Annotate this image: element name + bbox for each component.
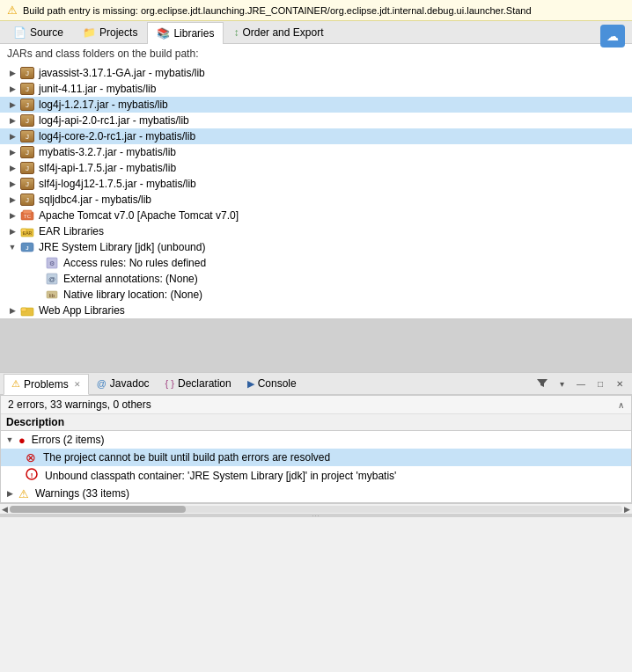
tree-container: J javassist-3.17.1-GA.jar - mybatis/lib … xyxy=(0,65,632,318)
tree-item-webapp[interactable]: Web App Libraries xyxy=(0,303,632,318)
jar-icon-mybatis: J xyxy=(20,146,34,158)
expand-jre[interactable] xyxy=(7,242,18,252)
tab-projects[interactable]: 📁 Projects xyxy=(73,21,147,43)
warnings-group-row[interactable]: ⚠ Warnings (33 items) xyxy=(1,485,631,502)
tree-item-log4j-core[interactable]: J log4j-core-2.0-rc1.jar - mybatis/lib xyxy=(0,128,632,144)
expand-ear[interactable] xyxy=(7,226,18,237)
jar-icon-slf4j-log4j: J xyxy=(20,178,34,190)
tree-item-slf4j-api[interactable]: J slf4j-api-1.7.5.jar - mybatis/lib xyxy=(0,160,632,176)
cloud-sync-button[interactable]: ☁ xyxy=(600,25,625,47)
bottom-panel: ⚠ Problems ✕ @ Javadoc { } Declaration ▶… xyxy=(0,372,632,514)
minimize-button[interactable]: — xyxy=(572,376,590,391)
tree-label-log4j-core: log4j-core-2.0-rc1.jar - mybatis/lib xyxy=(39,130,195,142)
tree-item-log4j-api[interactable]: J log4j-api-2.0-rc1.jar - mybatis/lib xyxy=(0,113,632,128)
expand-tomcat[interactable] xyxy=(7,210,18,221)
problems-icon: ⚠ xyxy=(11,378,20,390)
problems-content: 2 errors, 33 warnings, 0 others ∧ Descri… xyxy=(0,395,632,503)
top-panel: 📄 Source 📁 Projects 📚 Libraries ↕ Order … xyxy=(0,21,632,319)
expand-webapp[interactable] xyxy=(7,305,18,316)
tab-problems[interactable]: ⚠ Problems ✕ xyxy=(4,374,89,395)
description-header: Description xyxy=(6,416,64,428)
expand-errors[interactable] xyxy=(4,435,15,445)
errors-group-row[interactable]: ● Errors (2 items) xyxy=(1,431,631,449)
problems-status-bar: 2 errors, 33 warnings, 0 others ∧ xyxy=(1,396,631,414)
tab-problems-label: Problems xyxy=(24,378,69,391)
warnings-group-label: Warnings (33 items) xyxy=(35,487,129,500)
error-item-1[interactable]: ⊗ The project cannot be built until buil… xyxy=(1,449,631,466)
expand-mybatis[interactable] xyxy=(7,147,18,157)
tree-label-ext-annotations: External annotations: (None) xyxy=(63,273,198,285)
maximize-icon: □ xyxy=(598,379,603,389)
tree-label-webapp: Web App Libraries xyxy=(39,304,125,317)
filter-button[interactable] xyxy=(533,376,551,391)
tomcat-icon: TC xyxy=(20,208,34,223)
native-lib-icon: lib xyxy=(45,288,59,302)
console-icon: ▶ xyxy=(247,378,254,390)
svg-rect-15 xyxy=(21,308,26,311)
tab-javadoc[interactable]: @ Javadoc xyxy=(89,373,158,394)
ear-icon: EAR xyxy=(20,224,34,238)
tree-item-native-lib[interactable]: lib Native library location: (None) xyxy=(0,287,632,303)
tab-source-label: Source xyxy=(30,26,63,39)
warning-triangle-icon: ⚠ xyxy=(7,4,18,17)
app-container: ⚠ Build path entry is missing: org.eclip… xyxy=(0,0,632,672)
tree-label-slf4j-log4j: slf4j-log4j12-1.7.5.jar - mybatis/lib xyxy=(39,178,196,190)
error-label-1: The project cannot be built until build … xyxy=(43,451,330,464)
tab-source[interactable]: 📄 Source xyxy=(4,21,73,43)
source-tab-icon: 📄 xyxy=(13,26,26,39)
projects-tab-icon: 📁 xyxy=(83,26,96,39)
bottom-scrollbar[interactable]: ◀ ▶ xyxy=(0,503,632,514)
close-panel-button[interactable]: ✕ xyxy=(611,376,628,391)
expand-log4j[interactable] xyxy=(7,99,18,110)
tree-item-ear[interactable]: EAR EAR Libraries xyxy=(0,223,632,239)
svg-text:TC: TC xyxy=(24,214,32,219)
expand-log4j-core[interactable] xyxy=(7,131,18,142)
split-handle[interactable] xyxy=(0,514,632,517)
warning-group-icon: ⚠ xyxy=(18,487,29,500)
tree-item-javassist[interactable]: J javassist-3.17.1-GA.jar - mybatis/lib xyxy=(0,65,632,81)
tree-item-slf4j-log4j[interactable]: J slf4j-log4j12-1.7.5.jar - mybatis/lib xyxy=(0,176,632,192)
bottom-tab-bar: ⚠ Problems ✕ @ Javadoc { } Declaration ▶… xyxy=(0,372,632,395)
tab-libraries[interactable]: 📚 Libraries xyxy=(147,22,224,44)
libraries-tab-icon: 📚 xyxy=(157,27,170,40)
expand-sqljdbc4[interactable] xyxy=(7,194,18,205)
collapse-button[interactable]: ∧ xyxy=(618,400,624,410)
tree-item-tomcat[interactable]: TC Apache Tomcat v7.0 [Apache Tomcat v7.… xyxy=(0,208,632,223)
minimize-icon: — xyxy=(577,379,585,389)
expand-slf4j-api[interactable] xyxy=(7,163,18,173)
problems-table-header: Description xyxy=(1,414,631,431)
svg-text:@: @ xyxy=(48,275,55,283)
error-item-2[interactable]: ! Unbound classpath container: 'JRE Syst… xyxy=(1,466,631,485)
jar-icon-log4j-core: J xyxy=(20,130,34,142)
jar-icon-junit: J xyxy=(20,83,34,95)
tree-item-mybatis[interactable]: J mybatis-3.2.7.jar - mybatis/lib xyxy=(0,144,632,160)
tree-item-sqljdbc4[interactable]: J sqljdbc4.jar - mybatis/lib xyxy=(0,192,632,208)
declaration-icon: { } xyxy=(165,378,174,389)
tab-console[interactable]: ▶ Console xyxy=(239,373,305,394)
errors-group-label: Errors (2 items) xyxy=(32,434,105,446)
tab-declaration[interactable]: { } Declaration xyxy=(158,373,239,394)
jar-icon-log4j: J xyxy=(20,99,34,111)
problems-count: 2 errors, 33 warnings, 0 others xyxy=(8,398,151,411)
javadoc-at-icon: @ xyxy=(97,378,107,389)
jar-icon-sqljdbc4: J xyxy=(20,194,34,206)
tree-item-jre[interactable]: J JRE System Library [jdk] (unbound) xyxy=(0,239,632,255)
tree-item-access-rules[interactable]: ⚙ Access rules: No rules defined xyxy=(0,255,632,271)
tree-item-ext-annotations[interactable]: @ External annotations: (None) xyxy=(0,271,632,287)
expand-warnings[interactable] xyxy=(4,488,15,499)
expand-log4j-api[interactable] xyxy=(7,115,18,126)
maximize-button[interactable]: □ xyxy=(592,376,609,391)
error-icon-2: ! xyxy=(26,468,38,483)
svg-text:EAR: EAR xyxy=(23,230,33,236)
view-menu-button[interactable]: ▾ xyxy=(553,376,570,391)
expand-slf4j-log4j[interactable] xyxy=(7,179,18,189)
tree-item-log4j[interactable]: J log4j-1.2.17.jar - mybatis/lib xyxy=(0,97,632,113)
scroll-right-btn[interactable]: ▶ xyxy=(624,505,630,514)
expand-junit[interactable] xyxy=(7,84,18,94)
expand-javassist[interactable] xyxy=(7,68,18,78)
tab-order-export[interactable]: ↕ Order and Export xyxy=(224,21,333,43)
tree-item-junit[interactable]: J junit-4.11.jar - mybatis/lib xyxy=(0,81,632,97)
scroll-left-btn[interactable]: ◀ xyxy=(2,505,8,514)
error-icon-1: ⊗ xyxy=(26,450,36,464)
scrollbar-thumb[interactable] xyxy=(10,506,186,513)
